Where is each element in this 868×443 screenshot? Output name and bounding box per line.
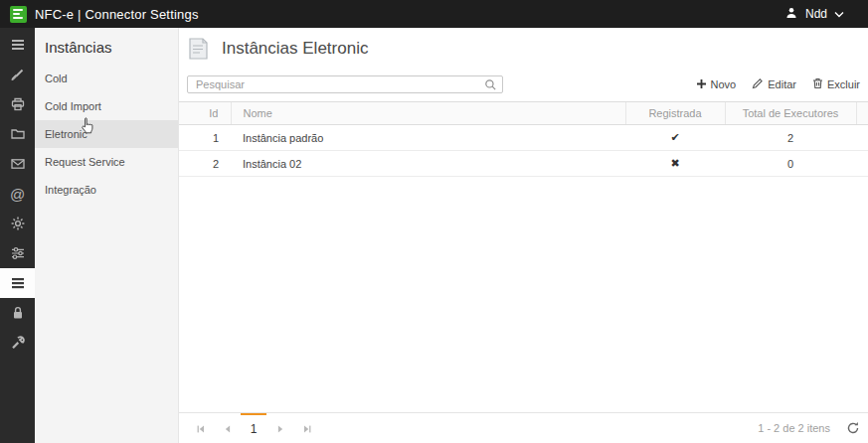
table-icon[interactable]	[0, 268, 35, 298]
user-icon	[784, 6, 798, 23]
user-name: Ndd	[805, 7, 827, 21]
app-window: NFC-e | Connector Settings Ndd	[0, 0, 868, 443]
app-title: NFC-e | Connector Settings	[35, 7, 199, 22]
pager-status: 1 - 2 de 2 itens	[758, 422, 830, 434]
page-number[interactable]: 1	[241, 413, 266, 443]
search-input[interactable]	[187, 75, 503, 93]
sidebar-item-eletronic[interactable]: Eletronic	[35, 120, 178, 148]
instances-grid: Id Nome Registrada Total de Executores 1…	[179, 101, 868, 177]
excluir-button[interactable]: Excluir	[812, 77, 860, 91]
novo-button[interactable]: Novo	[696, 78, 737, 91]
folder-icon[interactable]	[0, 119, 35, 149]
sidebar-item-label: Cold	[45, 73, 68, 84]
main-content: Instâncias Eletronic Novo	[179, 28, 868, 443]
sidebar-item-label: Integração	[45, 184, 96, 196]
column-header-executores[interactable]: Total de Executores	[725, 102, 856, 125]
sidebar-item-label: Cold Import	[45, 100, 101, 112]
cell-nome: Instância 02	[231, 151, 625, 177]
lock-icon[interactable]	[0, 298, 35, 328]
sidebar-item-label: Request Service	[45, 156, 125, 168]
ndd-logo	[10, 6, 27, 23]
cell-id: 2	[179, 151, 231, 177]
sidebar-item-request-service[interactable]: Request Service	[35, 148, 178, 176]
column-header-registrada[interactable]: Registrada	[625, 102, 725, 125]
sidebar-item-label: Eletronic	[45, 128, 87, 140]
first-page-button[interactable]	[187, 413, 214, 443]
mail-icon[interactable]	[0, 149, 35, 179]
prev-page-button[interactable]	[214, 413, 241, 443]
sidebar: Instâncias Cold Cold Import Eletronic Re…	[35, 28, 179, 443]
page-header: Instâncias Eletronic	[179, 28, 868, 66]
registrada-check-icon: ✔	[625, 125, 725, 151]
icon-rail: @	[0, 28, 35, 443]
cell-executores: 2	[725, 125, 856, 151]
table-row[interactable]: 2 Instância 02 ✖ 0	[179, 151, 868, 177]
pencil-icon	[752, 77, 764, 91]
sidebar-item-integracao[interactable]: Integração	[35, 176, 178, 204]
column-header-nome[interactable]: Nome	[231, 102, 625, 125]
refresh-icon[interactable]	[846, 421, 860, 435]
gear-icon[interactable]	[0, 209, 35, 238]
sidebar-item-cold-import[interactable]: Cold Import	[35, 92, 178, 120]
page-title: Instâncias Eletronic	[222, 39, 368, 59]
editar-label: Editar	[768, 78, 796, 90]
sliders-icon[interactable]	[0, 238, 35, 268]
last-page-button[interactable]	[293, 413, 320, 443]
table-row[interactable]: 1 Instância padrão ✔ 2	[179, 125, 868, 151]
cell-id: 1	[179, 125, 231, 151]
document-icon	[183, 34, 213, 64]
next-page-button[interactable]	[266, 413, 293, 443]
column-header-id[interactable]: Id	[179, 102, 231, 125]
action-buttons: Novo Editar Excluir	[696, 77, 860, 91]
at-icon[interactable]: @	[0, 179, 35, 209]
chevron-down-icon	[834, 7, 844, 21]
wrench-icon[interactable]	[0, 328, 35, 358]
column-header-empty	[856, 102, 868, 125]
excluir-label: Excluir	[827, 78, 860, 90]
menu-icon[interactable]	[0, 30, 35, 60]
plus-icon	[696, 78, 707, 91]
printer-icon[interactable]	[0, 89, 35, 119]
editar-button[interactable]: Editar	[752, 77, 796, 91]
cell-nome: Instância padrão	[231, 125, 625, 151]
search-box	[187, 75, 503, 93]
registrada-cross-icon: ✖	[625, 151, 725, 177]
search-icon[interactable]	[484, 78, 497, 93]
grid-toolbar: Novo Editar Excluir	[187, 75, 860, 93]
sidebar-heading: Instâncias	[35, 28, 178, 65]
cell-executores: 0	[725, 151, 856, 177]
user-menu[interactable]: Ndd	[784, 6, 844, 23]
trash-icon	[812, 77, 823, 91]
topbar: NFC-e | Connector Settings Ndd	[0, 0, 868, 28]
pager: 1 1 - 2 de 2 itens	[179, 412, 868, 443]
sidebar-item-cold[interactable]: Cold	[35, 65, 178, 92]
grid-header-row: Id Nome Registrada Total de Executores	[179, 102, 868, 125]
novo-label: Novo	[711, 78, 737, 90]
brush-icon[interactable]	[0, 60, 35, 89]
